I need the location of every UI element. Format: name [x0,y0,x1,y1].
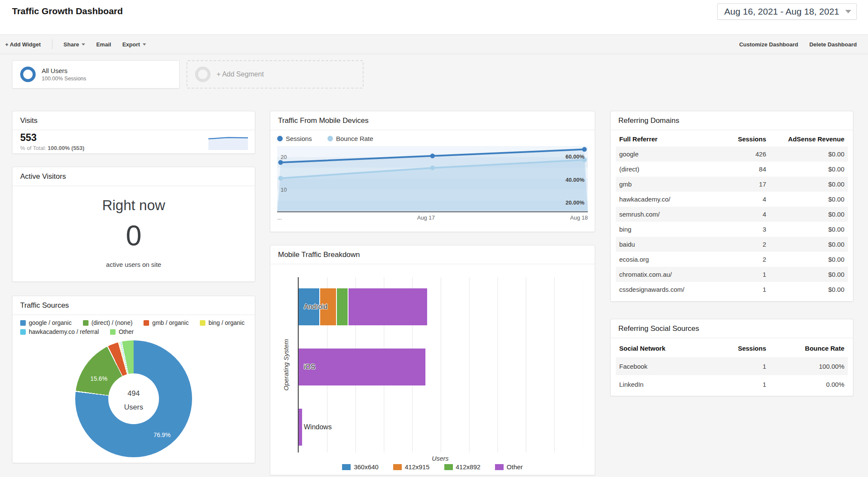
legend-label: Other [119,328,134,335]
table-cell: 4 [706,211,766,218]
segment-subtitle: 100.00% Sessions [42,76,86,82]
table-cell: 1 [706,381,766,388]
table-cell: 2 [706,256,766,263]
percent-total: (553) [71,145,84,151]
widget-active-visitors: Active Visitors Right now 0 active users… [12,167,255,282]
bar-segment-Other [348,288,428,325]
right-axis-tick: 60.00% [565,153,584,160]
visits-sparkline-chart[interactable] [208,135,249,150]
segment-ring-icon [20,67,36,82]
legend-label: (direct) / (none) [92,319,133,326]
table-cell: bing [616,226,706,233]
right-axis-tick: 20.00% [565,199,584,206]
table-row: (direct)84$0.00 [616,162,848,177]
bar-segment-412x892 [337,288,348,325]
widget-mobile-devices: Traffic From Mobile Devices Sessions Bou… [270,111,595,232]
visits-body: 553 % of Total: 100.00% (553) [12,130,255,153]
legend-item: 412x892 [444,463,481,471]
column-header: Sessions [706,345,766,352]
table-cell: 426 [706,150,766,158]
sessions-legend-label: Sessions [286,135,312,142]
segment-title: All Users [42,67,86,74]
table-header-row: Social NetworkSessionsBounce Rate [616,339,848,357]
legend-label: Other [507,463,523,471]
table-cell: ecosia.org [616,256,706,263]
table-cell: google [616,150,706,158]
table-cell: Facebook [616,363,706,370]
legend-swatch [393,464,402,470]
table-cell: 3 [706,226,766,233]
left-axis-tick: 20 [281,154,287,160]
bar-ios: iOS [299,349,583,385]
date-range-picker[interactable]: Aug 16, 2021 - Aug 18, 2021 [717,3,857,20]
table-cell: 17 [706,180,766,188]
x-tick-ellipsis: ... [277,214,282,221]
widget-title: Active Visitors [12,167,255,186]
table-row: bing3$0.00 [616,222,848,237]
bar-category-label: Android [304,303,327,311]
widget-title: Referring Social Sources [611,319,853,338]
bounce-rate-legend-label: Bounce Rate [336,135,373,142]
widget-title: Referring Domains [611,111,853,130]
table-cell: 84 [706,165,766,173]
active-users-caption: active users on site [12,261,255,268]
widget-title: Traffic From Mobile Devices [270,111,595,130]
table-cell: $0.00 [766,226,848,233]
legend-item: bing / organic [200,319,245,326]
sessions-legend-dot [277,136,283,141]
mobile-devices-plot[interactable]: 201060.00%40.00%20.00% [277,146,588,211]
bar-segment-Other [299,349,426,385]
column-header: Full Referrer [616,135,706,143]
segment-all-users[interactable]: All Users 100.00% Sessions [12,60,180,89]
referring-social-table: Social NetworkSessionsBounce RateFaceboo… [616,339,848,393]
legend-item: Other [495,463,523,471]
add-widget-button[interactable]: + Add Widget [5,41,41,48]
table-row: cssdesignawards.com/1$0.00 [616,282,848,297]
email-button[interactable]: Email [96,41,111,48]
table-cell: 1 [706,271,766,278]
table-cell: $0.00 [766,211,848,218]
table-cell: (direct) [616,165,706,173]
table-row: baidu2$0.00 [616,237,848,252]
table-cell: 1 [706,286,766,293]
table-cell: cssdesignawards.com/ [616,286,706,293]
delete-dashboard-button[interactable]: Delete Dashboard [809,41,857,48]
dashboard-toolbar: + Add Widget Share Email Export Customiz… [0,34,868,54]
table-row: LinkedIn10.00% [616,375,848,393]
traffic-sources-legend: google / organic(direct) / (none)gmb / o… [12,315,255,336]
customize-dashboard-button[interactable]: Customize Dashboard [739,41,798,48]
visits-percent-of-total: % of Total: 100.00% (553) [20,145,84,151]
header: Traffic Growth Dashboard Aug 16, 2021 - … [0,0,868,34]
legend-swatch [20,329,26,335]
slice-label-direct: 15.6% [90,375,107,382]
legend-label: bing / organic [208,319,245,326]
breakdown-plot[interactable]: AndroidiOSWindows [298,277,583,453]
left-axis-tick: 10 [281,187,287,193]
legend-label: google / organic [29,319,72,326]
legend-swatch [20,320,26,326]
chevron-down-icon [143,43,146,46]
table-cell: semrush.com/ [616,211,706,218]
x-tick-aug17: Aug 17 [417,214,435,221]
table-header-row: Full ReferrerSessionsAdSense Revenue [616,131,848,147]
export-button[interactable]: Export [122,41,146,48]
legend-label: gmb / organic [152,319,189,326]
table-cell: $0.00 [766,241,848,248]
table-cell: $0.00 [766,286,848,293]
table-cell: $0.00 [766,196,848,203]
table-cell: 4 [706,196,766,203]
bar-windows: Windows [299,409,583,446]
table-cell: 100.00% [766,363,848,370]
table-row: hawkacademy.co/4$0.00 [616,192,848,207]
table-cell: $0.00 [766,180,848,188]
x-axis-label: Users [298,455,583,462]
donut-center-label: Users [124,403,143,412]
legend-item: hawkacademy.co / referral [20,328,99,335]
add-segment-label: + Add Segment [217,70,264,78]
legend-label: 412x915 [405,463,430,471]
share-button[interactable]: Share [64,41,85,48]
traffic-sources-chart[interactable]: 76.9% 15.6% 494 Users [12,336,255,463]
add-segment-button[interactable]: + Add Segment [186,60,364,89]
legend-label: 412x892 [456,463,481,471]
bar-android: Android [299,288,583,325]
